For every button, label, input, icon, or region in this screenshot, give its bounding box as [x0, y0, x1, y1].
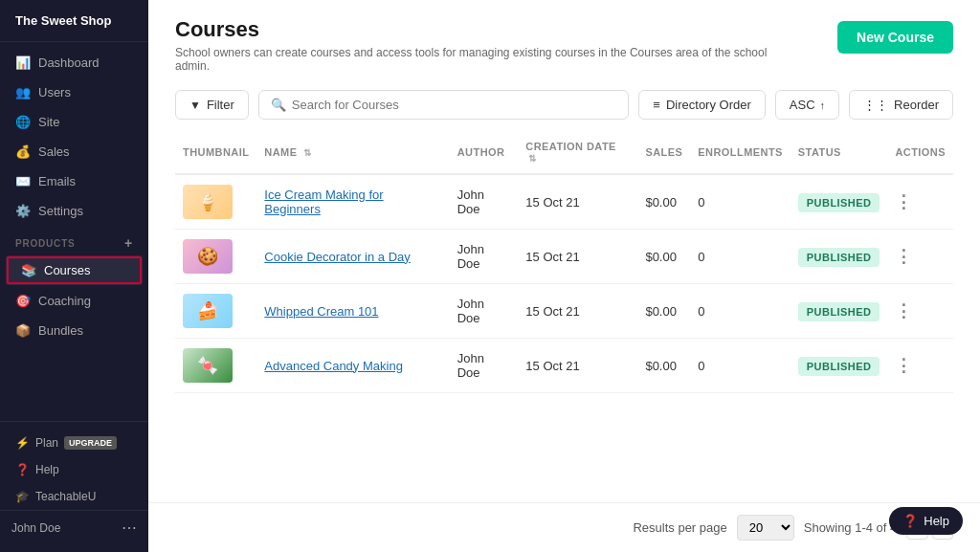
- table-row: 🍬 Advanced Candy Making John Doe 15 Oct …: [175, 339, 953, 393]
- actions-cell: ⋮: [887, 339, 953, 393]
- author-cell: John Doe: [450, 339, 519, 393]
- sidebar-item-help[interactable]: ❓ Help: [0, 456, 148, 483]
- course-name-cell: Cookie Decorator in a Day: [256, 230, 449, 284]
- courses-icon: 📚: [21, 263, 36, 277]
- sales-cell: $0.00: [637, 284, 690, 339]
- sidebar-item-emails[interactable]: ✉️ Emails: [0, 166, 148, 196]
- asc-up-icon: ↑: [820, 99, 826, 111]
- products-section-label: PRODUCTS +: [0, 226, 148, 254]
- col-status: STATUS: [791, 131, 888, 174]
- add-product-icon[interactable]: +: [124, 235, 133, 251]
- sidebar-item-teachableu[interactable]: 🎓 TeachableU: [0, 483, 148, 510]
- toolbar: ▼ Filter 🔍 ≡ Directory Order ASC ↑ ⋮⋮ Re…: [148, 82, 980, 131]
- directory-order-button[interactable]: ≡ Directory Order: [638, 90, 765, 120]
- thumbnail-cell: 🍰: [175, 284, 256, 339]
- sidebar-item-label: Settings: [38, 204, 83, 218]
- sidebar-item-coaching[interactable]: 🎯 Coaching: [0, 286, 148, 316]
- sidebar-item-label: Bundles: [38, 323, 83, 338]
- sidebar-item-sales[interactable]: 💰 Sales: [0, 137, 148, 166]
- status-cell: PUBLISHED: [791, 230, 888, 284]
- sidebar-item-label: Site: [38, 115, 59, 129]
- user-name: John Doe: [11, 521, 60, 535]
- col-creation-date[interactable]: CREATION DATE ⇅: [518, 131, 637, 174]
- help-circle-icon: ❓: [902, 514, 918, 528]
- page-header: Courses School owners can create courses…: [148, 0, 980, 82]
- col-name[interactable]: NAME ⇅: [256, 131, 449, 174]
- header-left: Courses School owners can create courses…: [175, 17, 768, 73]
- sidebar-item-label: Users: [38, 85, 71, 99]
- sidebar-item-bundles[interactable]: 📦 Bundles: [0, 316, 148, 345]
- course-thumbnail: 🍦: [183, 185, 233, 219]
- upgrade-badge[interactable]: UPGRADE: [64, 436, 117, 450]
- sidebar-item-courses[interactable]: 📚 Courses: [6, 255, 143, 285]
- main-content: Courses School owners can create courses…: [148, 0, 980, 552]
- site-icon: 🌐: [15, 115, 31, 129]
- table-row: 🍰 Whipped Cream 101 John Doe 15 Oct 21 $…: [175, 284, 953, 339]
- asc-button[interactable]: ASC ↑: [775, 90, 839, 120]
- search-input[interactable]: [292, 98, 617, 112]
- table-row: 🍪 Cookie Decorator in a Day John Doe 15 …: [175, 230, 953, 284]
- row-actions-menu-icon[interactable]: ⋮: [895, 247, 912, 266]
- pagination: Results per page 20 50 100 Showing 1-4 o…: [148, 502, 980, 552]
- row-actions-menu-icon[interactable]: ⋮: [895, 301, 912, 320]
- page-title: Courses: [175, 17, 768, 42]
- thumbnail-cell: 🍪: [175, 230, 256, 284]
- status-badge: PUBLISHED: [798, 357, 880, 376]
- emails-icon: ✉️: [15, 174, 31, 188]
- enrollments-cell: 0: [690, 284, 791, 339]
- per-page-select[interactable]: 20 50 100: [737, 515, 794, 541]
- course-name-link[interactable]: Cookie Decorator in a Day: [264, 250, 410, 264]
- col-author: AUTHOR: [450, 131, 519, 174]
- creation-date-cell: 15 Oct 21: [518, 230, 637, 284]
- creation-date-cell: 15 Oct 21: [518, 339, 637, 393]
- enrollments-cell: 0: [690, 339, 791, 393]
- status-badge: PUBLISHED: [798, 193, 880, 212]
- sales-cell: $0.00: [637, 230, 690, 284]
- coaching-icon: 🎯: [15, 294, 31, 308]
- filter-button[interactable]: ▼ Filter: [175, 90, 249, 120]
- sidebar-bottom: ⚡ Plan UPGRADE ❓ Help 🎓 TeachableU John …: [0, 421, 148, 552]
- course-name-link[interactable]: Ice Cream Making for Beginners: [264, 188, 383, 216]
- search-box[interactable]: 🔍: [258, 90, 630, 120]
- sort-icon: ⇅: [528, 153, 536, 164]
- sidebar-brand: The Sweet Shop: [0, 0, 148, 42]
- sidebar-item-plan[interactable]: ⚡ Plan UPGRADE: [0, 430, 148, 456]
- course-name-link[interactable]: Advanced Candy Making: [264, 359, 403, 373]
- sidebar-nav: 📊 Dashboard 👥 Users 🌐 Site 💰 Sales ✉️ Em…: [0, 42, 148, 421]
- showing-label: Showing 1-4 of 4: [804, 520, 898, 535]
- sidebar-item-dashboard[interactable]: 📊 Dashboard: [0, 48, 148, 77]
- reorder-button[interactable]: ⋮⋮ Reorder: [849, 90, 953, 120]
- author-cell: John Doe: [450, 284, 519, 339]
- sidebar-item-settings[interactable]: ⚙️ Settings: [0, 196, 148, 226]
- course-thumbnail: 🍬: [183, 348, 233, 383]
- sales-cell: $0.00: [637, 174, 690, 230]
- filter-icon: ▼: [189, 99, 201, 112]
- teachableu-icon: 🎓: [15, 490, 30, 503]
- sales-icon: 💰: [15, 144, 31, 159]
- table-row: 🍦 Ice Cream Making for Beginners John Do…: [175, 174, 953, 230]
- col-sales: SALES: [637, 131, 690, 174]
- settings-icon: ⚙️: [15, 204, 31, 218]
- plan-icon: ⚡: [15, 436, 30, 450]
- actions-cell: ⋮: [887, 284, 953, 339]
- sidebar-item-label: Dashboard: [38, 55, 100, 70]
- actions-cell: ⋮: [887, 174, 953, 230]
- help-float-button[interactable]: ❓ Help: [889, 507, 963, 535]
- course-name-link[interactable]: Whipped Cream 101: [264, 304, 378, 319]
- dashboard-icon: 📊: [15, 55, 31, 70]
- author-cell: John Doe: [450, 230, 519, 284]
- row-actions-menu-icon[interactable]: ⋮: [895, 192, 912, 211]
- user-row: John Doe ⋯: [0, 510, 148, 544]
- enrollments-cell: 0: [690, 174, 791, 230]
- col-actions: ACTIONS: [887, 131, 953, 174]
- creation-date-cell: 15 Oct 21: [518, 174, 637, 230]
- bundles-icon: 📦: [15, 323, 31, 338]
- row-actions-menu-icon[interactable]: ⋮: [895, 356, 912, 375]
- page-description: School owners can create courses and acc…: [175, 46, 768, 73]
- user-menu-icon[interactable]: ⋯: [122, 519, 137, 537]
- sidebar-item-site[interactable]: 🌐 Site: [0, 107, 148, 137]
- sidebar-item-users[interactable]: 👥 Users: [0, 77, 148, 107]
- course-thumbnail: 🍰: [183, 294, 233, 328]
- new-course-button[interactable]: New Course: [837, 21, 953, 54]
- thumbnail-cell: 🍬: [175, 339, 256, 393]
